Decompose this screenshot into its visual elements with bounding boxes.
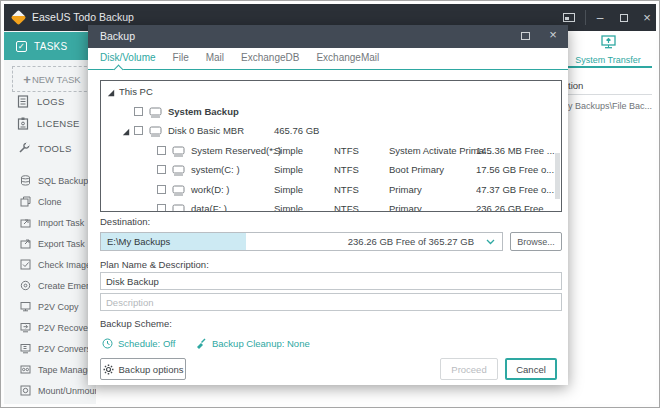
drive-icon: [149, 107, 162, 118]
plan-name-input[interactable]: [100, 272, 562, 290]
checkbox[interactable]: [157, 204, 166, 212]
drive-icon: [172, 204, 185, 212]
create-emergency-disk-icon: [20, 280, 31, 291]
tab-exchangemail[interactable]: ExchangeMail: [316, 52, 379, 68]
tree-row-system-reserved[interactable]: System Reserved(*: ) Simple NTFS System …: [101, 142, 561, 162]
backup-options-button[interactable]: Backup options: [100, 358, 186, 380]
sidebar-item-tools[interactable]: TOOLS: [4, 137, 96, 159]
tab-mail[interactable]: Mail: [206, 52, 224, 68]
sidebar-item-p2v-conversion[interactable]: P2V Conversio: [4, 338, 96, 359]
sidebar-item-import-task[interactable]: Import Task: [4, 212, 96, 233]
new-task-button[interactable]: + NEW TASK: [12, 66, 92, 92]
checkbox[interactable]: [157, 146, 166, 155]
tree-node-label: This PC: [119, 86, 153, 97]
tab-system-transfer[interactable]: System Transfer: [568, 35, 648, 65]
cancel-button[interactable]: Cancel: [505, 358, 557, 380]
minimize-button[interactable]: –: [591, 4, 609, 31]
plus-icon: +: [23, 72, 31, 87]
dialog-title: Backup: [100, 30, 135, 42]
checkbox[interactable]: [134, 107, 143, 116]
close-button[interactable]: ×: [638, 4, 656, 31]
feedback-icon[interactable]: [563, 13, 575, 22]
tree-row-system-backup[interactable]: System Backup: [101, 103, 561, 123]
tools-icon: [17, 142, 30, 155]
description-input[interactable]: [100, 293, 562, 311]
clock-icon: [102, 338, 113, 349]
tasks-checkbox-icon: ✓: [16, 41, 27, 52]
new-task-label: NEW TASK: [32, 74, 81, 85]
backup-cleanup-link[interactable]: Backup Cleanup: None: [195, 338, 310, 349]
dialog-maximize-button[interactable]: [521, 32, 530, 40]
logs-icon: [17, 95, 29, 108]
expand-arrow-icon[interactable]: [107, 89, 115, 97]
dialog-tabs: Disk/Volume File Mail ExchangeDB Exchang…: [100, 52, 396, 68]
app-window: EaseUS Todo Backup – × ✓ TASKS + NEW TAS…: [0, 0, 660, 408]
sidebar-item-p2v-copy[interactable]: P2V Copy: [4, 296, 96, 317]
tree-row-this-pc[interactable]: This PC: [101, 83, 561, 103]
tab-exchangedb[interactable]: ExchangeDB: [241, 52, 299, 68]
sidebar-item-check-image[interactable]: Check Image: [4, 254, 96, 275]
sidebar-item-clone[interactable]: Clone: [4, 191, 96, 212]
sidebar-item-logs[interactable]: LOGS: [4, 90, 96, 112]
sidebar-item-create-emergency[interactable]: Create Emerge: [4, 275, 96, 296]
tool-label: Import Task: [38, 218, 84, 228]
tab-disk-volume[interactable]: Disk/Volume: [100, 52, 156, 68]
tree-row-data-f[interactable]: data(F: ) Simple NTFS Primary 236.26 GB …: [101, 200, 561, 212]
checkbox[interactable]: [157, 165, 166, 174]
tree-node-label: work(D: ): [191, 184, 230, 195]
tree-row-work-d[interactable]: work(D: ) Simple NTFS Primary 47.37 GB F…: [101, 181, 561, 201]
sidebar-item-tape-manager[interactable]: Tape Manager: [4, 359, 96, 380]
checkbox[interactable]: [157, 185, 166, 194]
checkbox[interactable]: [134, 126, 143, 135]
maximize-button[interactable]: [615, 4, 633, 31]
cell-layout: Simple: [274, 184, 303, 195]
cleanup-label: Backup Cleanup: None: [212, 338, 310, 349]
browse-button[interactable]: Browse...: [510, 232, 562, 251]
cell-filesystem: NTFS: [334, 184, 359, 195]
export-task-icon: [20, 238, 31, 249]
tree-scrollbar[interactable]: [555, 153, 560, 199]
dialog-titlebar: Backup ×: [88, 25, 568, 48]
destination-combobox[interactable]: E:\My Backups 236.26 GB Free of 365.27 G…: [100, 232, 503, 251]
backup-dialog: Backup × Disk/Volume File Mail ExchangeD…: [88, 25, 568, 385]
cell-filesystem: NTFS: [334, 203, 359, 212]
cell-type: Primary: [389, 184, 422, 195]
plan-name-label: Plan Name & Description:: [100, 259, 209, 270]
chevron-down-icon[interactable]: [486, 239, 495, 245]
sidebar-item-license[interactable]: LICENSE: [4, 112, 96, 134]
mount-unmount-icon: [20, 385, 31, 396]
p2v-copy-icon: [20, 301, 31, 312]
tree-node-label: System Reserved(*: ): [191, 145, 281, 156]
tree-node-label: system(C: ): [191, 164, 240, 175]
system-transfer-icon: [600, 35, 617, 49]
p2v-recovery-icon: [20, 322, 31, 333]
sidebar-item-mount-unmount[interactable]: Mount/Unmount: [4, 380, 96, 401]
tree-node-label: Disk 0 Basic MBR: [168, 125, 244, 136]
cell-filesystem: NTFS: [334, 145, 359, 156]
dialog-close-button[interactable]: ×: [545, 27, 561, 42]
cell-type: Boot Primary: [389, 164, 444, 175]
header-divider: [562, 94, 652, 95]
tool-label: Check Image: [38, 260, 91, 270]
sql-backup-icon: [20, 175, 31, 186]
cell-filesystem: NTFS: [334, 164, 359, 175]
logs-label: LOGS: [37, 96, 65, 107]
cell-free-space: 47.37 GB Free o...: [476, 184, 561, 195]
sidebar-item-tasks[interactable]: ✓ TASKS: [4, 32, 96, 60]
tree-row-system-c[interactable]: system(C: ) Simple NTFS Boot Primary 17.…: [101, 161, 561, 181]
cell-free-space: 145.36 MB Free ...: [476, 145, 561, 156]
backup-options-label: Backup options: [119, 364, 184, 375]
proceed-button[interactable]: Proceed: [440, 358, 498, 380]
sidebar-item-p2v-recovery[interactable]: P2V Recovery: [4, 317, 96, 338]
sidebar-item-sql-backup[interactable]: SQL Backup: [4, 170, 96, 191]
system-transfer-label: System Transfer: [568, 55, 648, 65]
schedule-link[interactable]: Schedule: Off: [102, 338, 175, 349]
backup-path-text: y Backups\File Bac...: [568, 101, 652, 111]
tree-row-disk0[interactable]: Disk 0 Basic MBR 465.76 GB: [101, 122, 561, 142]
expand-arrow-icon[interactable]: [122, 128, 130, 136]
sidebar: ✓ TASKS + NEW TASK LOGS LICENSE TOOLS: [4, 31, 96, 404]
tool-label: Tape Manager: [38, 365, 96, 375]
tab-file[interactable]: File: [173, 52, 189, 68]
volume-tree: This PC System Backup Disk 0 Basic MBR 4…: [100, 80, 562, 212]
sidebar-item-export-task[interactable]: Export Task: [4, 233, 96, 254]
